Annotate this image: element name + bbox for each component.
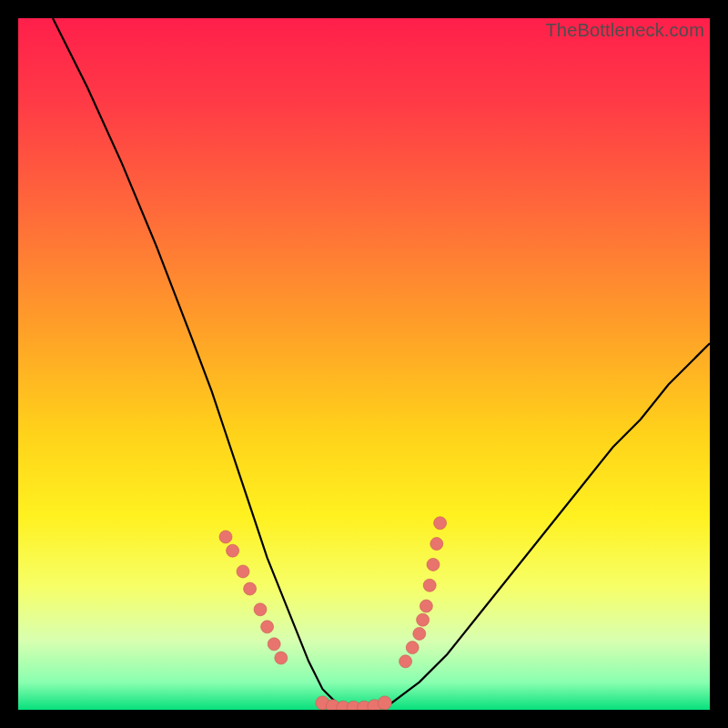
curve-marker [420, 600, 432, 612]
watermark-text: TheBottleneck.com [545, 20, 704, 41]
curve-marker [406, 642, 419, 654]
curve-marker [417, 613, 430, 626]
curve-marker [219, 531, 232, 543]
curve-marker [254, 603, 267, 616]
chart-frame: TheBottleneck.com [18, 18, 710, 710]
bottleneck-chart [18, 18, 710, 710]
curve-marker [237, 565, 249, 578]
curve-marker [378, 696, 391, 710]
curve-marker [434, 517, 447, 530]
curve-marker [430, 538, 443, 551]
curve-marker [227, 544, 239, 557]
chart-background [18, 18, 710, 710]
curve-marker [244, 582, 257, 595]
curve-marker [275, 652, 288, 664]
curve-marker [427, 558, 440, 571]
curve-marker [268, 638, 280, 651]
curve-marker [399, 655, 412, 668]
curve-marker [413, 627, 426, 640]
curve-marker [423, 579, 436, 592]
curve-marker [261, 621, 274, 633]
